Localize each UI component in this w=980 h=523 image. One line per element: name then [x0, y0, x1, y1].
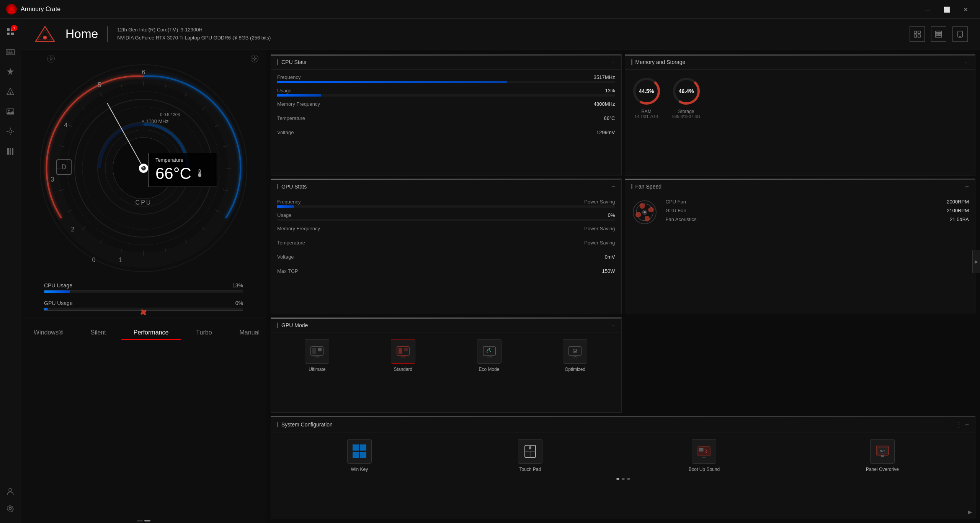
- minimize-button[interactable]: —: [920, 0, 936, 19]
- stat-temp-value: 66°C: [604, 115, 615, 121]
- d-button[interactable]: D: [56, 159, 72, 175]
- svg-text:0.0.5 / 206: 0.0.5 / 206: [160, 112, 180, 117]
- sidebar-item-aura[interactable]: [2, 83, 19, 100]
- stat-memfreq-value: 4800MHz: [594, 101, 615, 107]
- home-badge: 1: [11, 25, 17, 31]
- svg-text:5: 5: [98, 82, 101, 88]
- panel-next-arrow[interactable]: ▶: [968, 509, 972, 515]
- sidebar-item-home[interactable]: 1: [2, 23, 19, 40]
- tab-manual[interactable]: Manual: [227, 326, 266, 340]
- system-config-title: System Configuration: [277, 421, 333, 428]
- panel-dots: [271, 478, 975, 484]
- fan-speed-header: Fan Speed ⌐: [625, 179, 975, 194]
- header-icon-grid[interactable]: [910, 26, 925, 42]
- gpu-mode-standard[interactable]: GPU Standard: [391, 339, 415, 372]
- svg-rect-15: [7, 148, 9, 155]
- sidebar-item-settings[interactable]: [2, 500, 19, 517]
- ram-pct: 44.5%: [639, 88, 654, 94]
- svg-point-18: [9, 489, 12, 492]
- gpu-mode-ultimate[interactable]: GPU Ultimate: [305, 339, 329, 372]
- fan-acoustics-row: Fan Acoustics 21.5dBA: [666, 216, 969, 222]
- system-config-header: System Configuration ⋮ ⌐: [271, 416, 975, 433]
- sysconfig-bootup[interactable]: 3MS Boot Up Sound: [689, 439, 720, 472]
- sidebar-item-gallery[interactable]: [2, 103, 19, 120]
- svg-text:GPU: GPU: [315, 356, 320, 358]
- thermometer-icon: 🌡: [194, 167, 205, 180]
- sysconfig-touchpad[interactable]: Touch Pad: [518, 439, 542, 472]
- gpu-voltage-row: Voltage 0mV: [277, 254, 615, 260]
- gpu-memfreq-value: Power Saving: [584, 226, 615, 231]
- system-config-panel: System Configuration ⋮ ⌐: [271, 416, 975, 518]
- gpu-fan-value: 2100RPM: [947, 208, 969, 213]
- gauges-panel: 6 5 4 3 2 1 0 × 1000 MHz 0.0.5 / 206: [21, 49, 266, 523]
- sidebar-item-tools[interactable]: [2, 123, 19, 140]
- stat-voltage-row: Voltage 1299mV: [277, 130, 615, 135]
- svg-rect-8: [9, 51, 10, 52]
- tab-windows[interactable]: Windows®: [21, 326, 75, 340]
- svg-rect-108: [360, 452, 366, 458]
- side-arrow[interactable]: ▶: [972, 250, 980, 273]
- gpu-freq-fill: [277, 205, 294, 208]
- svg-text:2: 2: [71, 226, 75, 233]
- header-divider: [107, 26, 108, 42]
- main-layout: 1: [0, 19, 980, 523]
- gpu-freq-bar: [277, 205, 615, 208]
- sysconfig-winkey[interactable]: Win Key: [347, 439, 372, 472]
- gpu-stats-title: GPU Stats: [277, 184, 307, 190]
- tab-performance[interactable]: Performance: [121, 326, 181, 340]
- sysconfig-bootup-icon: 3MS: [692, 439, 716, 464]
- header-sys-info: 12th Gen Intel(R) Core(TM) i9-12900H NVI…: [117, 26, 271, 42]
- stat-frequency-fill: [277, 81, 507, 83]
- sidebar-item-keyboard[interactable]: [2, 43, 19, 60]
- ram-circle: 44.5%: [631, 76, 662, 107]
- gpu-temp-row: Temperature Power Saving: [277, 240, 615, 246]
- maximize-button[interactable]: ⬜: [939, 0, 955, 19]
- gpu-tgp-value: 150W: [602, 268, 615, 274]
- system-config-body: Win Key: [271, 433, 975, 478]
- gpu-mode-optimized[interactable]: GPU Optimized: [563, 339, 587, 372]
- gpu-mode-eco[interactable]: GPU Eco Mode: [477, 339, 501, 372]
- gpu-tgp-label: Max TGP: [277, 268, 298, 274]
- cpu-usage-label: CPU Usage: [44, 282, 72, 289]
- gpu-voltage-label: Voltage: [277, 254, 294, 260]
- stat-memfreq-label: Memory Frequency: [277, 101, 320, 107]
- cpu-usage-bar: [44, 290, 243, 293]
- tab-turbo[interactable]: Turbo: [184, 326, 224, 340]
- cpu-stats-panel: CPU Stats ⌐ Frequency 3517MHz: [271, 54, 622, 175]
- svg-rect-27: [918, 35, 920, 37]
- gpu-fan-label: GPU Fan: [666, 208, 686, 213]
- sidebar-item-lighting[interactable]: [2, 63, 19, 80]
- gpu-usage-row: Usage 0%: [277, 212, 615, 218]
- svg-rect-7: [7, 51, 8, 52]
- temperature-display: Temperature 66°C 🌡: [148, 153, 217, 187]
- sidebar-item-library[interactable]: [2, 143, 19, 160]
- indicator-dot-2: [144, 520, 150, 521]
- stat-frequency-label: Frequency: [277, 74, 301, 80]
- cpu-stats-title: CPU Stats: [277, 59, 306, 65]
- sysconfig-panel[interactable]: 3MS Panel Overdrive: [866, 439, 899, 472]
- gpu-usage-value2: 0%: [608, 212, 615, 218]
- stat-frequency-bar: [277, 81, 615, 83]
- header-icon-layout[interactable]: [931, 26, 946, 42]
- body-panel: 6 5 4 3 2 1 0 × 1000 MHz 0.0.5 / 206: [21, 49, 980, 523]
- system-config-menu[interactable]: ⋮: [956, 420, 962, 429]
- bottom-indicator: [137, 520, 150, 521]
- stat-voltage-label: Voltage: [277, 130, 294, 135]
- sidebar-item-user[interactable]: [2, 483, 19, 500]
- close-button[interactable]: ✕: [958, 0, 974, 19]
- gpu-freq-label: Frequency: [277, 199, 301, 205]
- right-panels: CPU Stats ⌐ Frequency 3517MHz: [266, 49, 980, 523]
- gpu-stats-panel: GPU Stats ⌐ Frequency Power Saving Usage: [271, 179, 622, 314]
- tab-silent[interactable]: Silent: [78, 326, 118, 340]
- stat-temp-label: Temperature: [277, 115, 305, 121]
- sysconfig-panel-label: Panel Overdrive: [866, 467, 899, 472]
- svg-rect-97: [399, 348, 402, 354]
- ram-label: RAM: [635, 109, 658, 114]
- svg-rect-5: [11, 33, 14, 35]
- svg-rect-24: [914, 31, 916, 33]
- titlebar: Armoury Crate — ⬜ ✕: [0, 0, 980, 19]
- svg-text:CPU: CPU: [136, 199, 152, 206]
- header-icon-phone[interactable]: [952, 26, 968, 42]
- header-cpu: 12th Gen Intel(R) Core(TM) i9-12900H: [117, 26, 271, 34]
- temp-value: 66°C 🌡: [155, 164, 210, 183]
